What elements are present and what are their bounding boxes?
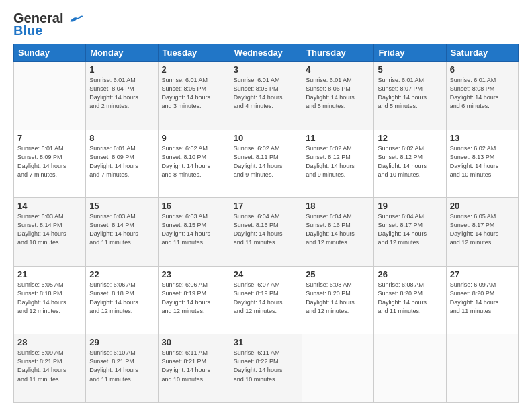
col-header-friday: Friday (374, 44, 446, 62)
day-number: 10 (234, 133, 298, 143)
calendar-cell: 24Sunrise: 6:07 AMSunset: 8:19 PMDayligh… (230, 266, 302, 334)
day-number: 16 (162, 201, 226, 211)
day-number: 29 (89, 337, 154, 347)
day-number: 5 (378, 64, 442, 75)
day-number: 27 (450, 269, 515, 279)
day-number: 25 (306, 269, 370, 279)
day-number: 14 (17, 201, 82, 211)
col-header-monday: Monday (86, 44, 158, 62)
col-header-tuesday: Tuesday (158, 44, 230, 62)
col-header-sunday: Sunday (14, 44, 86, 62)
day-info: Sunrise: 6:02 AMSunset: 8:11 PMDaylight:… (234, 144, 298, 179)
calendar-cell: 27Sunrise: 6:09 AMSunset: 8:20 PMDayligh… (446, 266, 518, 334)
day-number: 8 (89, 133, 154, 143)
day-number: 31 (234, 337, 298, 347)
calendar-cell (374, 334, 446, 403)
logo-blue: Blue (13, 23, 42, 38)
day-info: Sunrise: 6:01 AMSunset: 8:05 PMDaylight:… (234, 76, 298, 111)
calendar-cell: 3Sunrise: 6:01 AMSunset: 8:05 PMDaylight… (230, 62, 302, 130)
day-number: 12 (378, 133, 442, 143)
day-info: Sunrise: 6:11 AMSunset: 8:22 PMDaylight:… (234, 349, 298, 383)
calendar-cell: 13Sunrise: 6:02 AMSunset: 8:13 PMDayligh… (446, 130, 518, 198)
day-number: 26 (378, 269, 442, 279)
col-header-thursday: Thursday (302, 44, 374, 62)
calendar-cell: 21Sunrise: 6:05 AMSunset: 8:18 PMDayligh… (14, 266, 86, 334)
calendar-cell: 11Sunrise: 6:02 AMSunset: 8:12 PMDayligh… (302, 130, 374, 198)
day-info: Sunrise: 6:01 AMSunset: 8:09 PMDaylight:… (17, 144, 82, 179)
day-info: Sunrise: 6:03 AMSunset: 8:14 PMDaylight:… (89, 212, 154, 247)
calendar-cell: 7Sunrise: 6:01 AMSunset: 8:09 PMDaylight… (14, 130, 86, 198)
day-number: 30 (162, 337, 226, 347)
calendar-cell: 8Sunrise: 6:01 AMSunset: 8:09 PMDaylight… (86, 130, 158, 198)
calendar-week-row: 14Sunrise: 6:03 AMSunset: 8:14 PMDayligh… (14, 198, 519, 267)
day-info: Sunrise: 6:08 AMSunset: 8:20 PMDaylight:… (306, 281, 370, 316)
day-info: Sunrise: 6:01 AMSunset: 8:07 PMDaylight:… (378, 76, 442, 111)
day-info: Sunrise: 6:01 AMSunset: 8:04 PMDaylight:… (89, 76, 154, 111)
day-info: Sunrise: 6:04 AMSunset: 8:17 PMDaylight:… (378, 212, 442, 247)
day-number: 20 (450, 201, 515, 211)
calendar-cell: 1Sunrise: 6:01 AMSunset: 8:04 PMDaylight… (86, 62, 158, 130)
calendar-cell: 12Sunrise: 6:02 AMSunset: 8:12 PMDayligh… (374, 130, 446, 198)
calendar-cell: 17Sunrise: 6:04 AMSunset: 8:16 PMDayligh… (230, 198, 302, 267)
calendar-cell: 26Sunrise: 6:08 AMSunset: 8:20 PMDayligh… (374, 266, 446, 334)
calendar-cell: 5Sunrise: 6:01 AMSunset: 8:07 PMDaylight… (374, 62, 446, 130)
col-header-wednesday: Wednesday (230, 44, 302, 62)
calendar-header-row: SundayMondayTuesdayWednesdayThursdayFrid… (14, 44, 519, 62)
day-info: Sunrise: 6:05 AMSunset: 8:18 PMDaylight:… (17, 281, 82, 316)
day-number: 17 (234, 201, 298, 211)
calendar-cell: 15Sunrise: 6:03 AMSunset: 8:14 PMDayligh… (86, 198, 158, 267)
day-info: Sunrise: 6:08 AMSunset: 8:20 PMDaylight:… (378, 281, 442, 316)
calendar-cell: 20Sunrise: 6:05 AMSunset: 8:17 PMDayligh… (446, 198, 518, 267)
day-info: Sunrise: 6:01 AMSunset: 8:06 PMDaylight:… (306, 76, 370, 111)
calendar-cell: 9Sunrise: 6:02 AMSunset: 8:10 PMDaylight… (158, 130, 230, 198)
day-info: Sunrise: 6:04 AMSunset: 8:16 PMDaylight:… (234, 212, 298, 247)
day-number: 3 (234, 64, 298, 75)
calendar-cell (14, 62, 86, 130)
day-info: Sunrise: 6:01 AMSunset: 8:09 PMDaylight:… (89, 144, 154, 179)
calendar-cell (446, 334, 518, 403)
calendar-cell: 29Sunrise: 6:10 AMSunset: 8:21 PMDayligh… (86, 334, 158, 403)
day-info: Sunrise: 6:05 AMSunset: 8:17 PMDaylight:… (450, 212, 515, 247)
day-info: Sunrise: 6:10 AMSunset: 8:21 PMDaylight:… (89, 349, 154, 383)
calendar-week-row: 1Sunrise: 6:01 AMSunset: 8:04 PMDaylight… (14, 62, 519, 130)
day-number: 23 (162, 269, 226, 279)
day-number: 7 (17, 133, 82, 143)
day-number: 19 (378, 201, 442, 211)
logo: General Blue (13, 11, 83, 38)
day-number: 22 (89, 269, 154, 279)
day-number: 28 (17, 337, 82, 347)
calendar-cell: 25Sunrise: 6:08 AMSunset: 8:20 PMDayligh… (302, 266, 374, 334)
day-info: Sunrise: 6:02 AMSunset: 8:12 PMDaylight:… (378, 144, 442, 179)
calendar-cell: 14Sunrise: 6:03 AMSunset: 8:14 PMDayligh… (14, 198, 86, 267)
day-number: 13 (450, 133, 515, 143)
day-info: Sunrise: 6:03 AMSunset: 8:14 PMDaylight:… (17, 212, 82, 247)
calendar-cell: 28Sunrise: 6:09 AMSunset: 8:21 PMDayligh… (14, 334, 86, 403)
calendar-cell: 31Sunrise: 6:11 AMSunset: 8:22 PMDayligh… (230, 334, 302, 403)
day-number: 2 (162, 64, 226, 75)
day-number: 15 (89, 201, 154, 211)
logo-bird-icon (69, 15, 83, 24)
day-info: Sunrise: 6:02 AMSunset: 8:10 PMDaylight:… (162, 144, 226, 179)
day-number: 1 (89, 64, 154, 75)
calendar-cell: 18Sunrise: 6:04 AMSunset: 8:16 PMDayligh… (302, 198, 374, 267)
day-number: 24 (234, 269, 298, 279)
calendar-week-row: 21Sunrise: 6:05 AMSunset: 8:18 PMDayligh… (14, 266, 519, 334)
calendar-cell (302, 334, 374, 403)
calendar-cell: 6Sunrise: 6:01 AMSunset: 8:08 PMDaylight… (446, 62, 518, 130)
calendar-body: 1Sunrise: 6:01 AMSunset: 8:04 PMDaylight… (14, 62, 519, 403)
day-info: Sunrise: 6:06 AMSunset: 8:18 PMDaylight:… (89, 281, 154, 316)
day-info: Sunrise: 6:06 AMSunset: 8:19 PMDaylight:… (162, 281, 226, 316)
day-number: 9 (162, 133, 226, 143)
calendar-cell: 4Sunrise: 6:01 AMSunset: 8:06 PMDaylight… (302, 62, 374, 130)
col-header-saturday: Saturday (446, 44, 518, 62)
day-info: Sunrise: 6:09 AMSunset: 8:21 PMDaylight:… (17, 349, 82, 383)
day-number: 4 (306, 64, 370, 75)
calendar-table: SundayMondayTuesdayWednesdayThursdayFrid… (13, 44, 519, 403)
day-number: 18 (306, 201, 370, 211)
calendar-cell: 2Sunrise: 6:01 AMSunset: 8:05 PMDaylight… (158, 62, 230, 130)
calendar-cell: 10Sunrise: 6:02 AMSunset: 8:11 PMDayligh… (230, 130, 302, 198)
calendar-week-row: 28Sunrise: 6:09 AMSunset: 8:21 PMDayligh… (14, 334, 519, 403)
day-info: Sunrise: 6:01 AMSunset: 8:05 PMDaylight:… (162, 76, 226, 111)
calendar-cell: 19Sunrise: 6:04 AMSunset: 8:17 PMDayligh… (374, 198, 446, 267)
day-info: Sunrise: 6:03 AMSunset: 8:15 PMDaylight:… (162, 212, 226, 247)
